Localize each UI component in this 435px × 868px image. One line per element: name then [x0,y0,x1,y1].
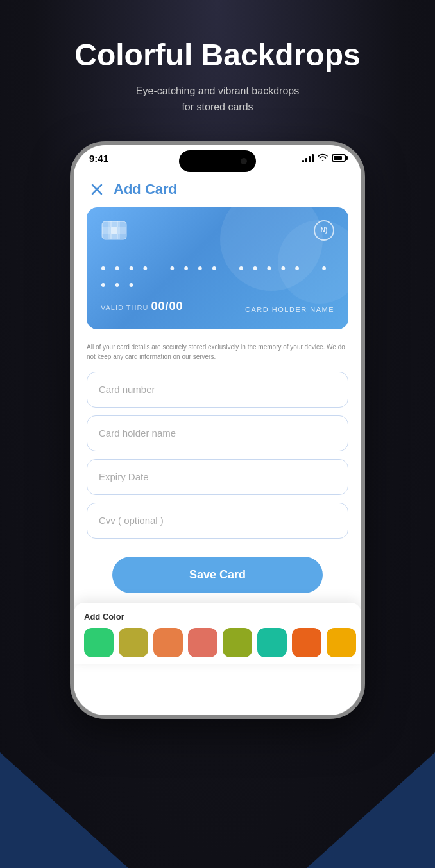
volume-mute-button [70,235,71,261]
color-swatch-green[interactable] [84,628,114,657]
card-holder-field[interactable]: Card holder name [87,415,348,451]
nfc-icon: N) [314,220,334,241]
main-title: Colorful Backdrops [26,39,409,73]
color-swatch-orange[interactable] [153,628,183,657]
valid-date: 00/00 [151,300,183,313]
cvv-field[interactable]: Cvv ( optional ) [87,503,348,539]
save-button-container: Save Card [74,549,361,606]
battery-icon [332,154,346,162]
card-number-label: Card number [99,384,155,395]
power-button [364,273,365,325]
save-card-button[interactable]: Save Card [112,557,323,593]
phone-content: Add Card [74,169,361,715]
add-color-label: Add Color [84,612,351,621]
svg-rect-5 [111,227,117,234]
card-number-display: • • • • • • • • • • • • • • • • • [101,260,334,293]
status-icons [302,153,346,163]
phone-mockup: 9:41 [70,141,365,719]
volume-up-button [70,270,71,309]
card-container: N) • • • • • • • • • • • • • • • • • VAL… [87,207,348,329]
color-swatch-gold[interactable] [327,628,356,657]
color-swatch-yellow-green[interactable] [223,628,252,657]
phone-wrapper: 9:41 [0,141,435,719]
security-note: All of your card details are securely st… [74,337,361,369]
nfc-label: N) [321,227,328,234]
close-button[interactable] [87,179,107,200]
expiry-label: Expiry Date [99,471,149,482]
card-number-field[interactable]: Card number [87,372,348,408]
color-picker-popup: Add Color [74,603,361,664]
chip-icon [101,220,128,241]
top-bar: Add Card [74,169,361,207]
color-swatch-olive[interactable] [119,628,148,657]
color-swatch-salmon[interactable] [188,628,218,657]
camera-dot [241,158,247,164]
card-bottom: VALID THRU 00/00 CARD HOLDER NAME [101,300,334,313]
page-title: Add Card [114,181,177,198]
card-holder-name: CARD HOLDER NAME [245,306,334,313]
valid-thru-section: VALID THRU 00/00 [101,300,183,313]
card-top: N) [101,220,334,241]
phone-screen: 9:41 [74,145,361,715]
header-section: Colorful Backdrops Eye-catching and vibr… [0,0,435,135]
cvv-label: Cvv ( optional ) [99,515,164,526]
subtitle: Eye-catching and vibrant backdropsfor st… [26,83,409,116]
wifi-icon [318,153,328,163]
valid-thru-label: VALID THRU 00/00 [101,300,183,313]
expiry-field[interactable]: Expiry Date [87,459,348,495]
volume-down-button [70,318,71,357]
credit-card: N) • • • • • • • • • • • • • • • • • VAL… [87,207,348,329]
signal-icon [302,154,314,162]
status-time: 9:41 [89,153,108,164]
dynamic-island [179,150,256,172]
color-swatch-teal[interactable] [257,628,287,657]
color-swatch-orange2[interactable] [292,628,321,657]
color-swatches [84,628,351,657]
card-holder-label: Card holder name [99,428,176,438]
form-section: Card number Card holder name Expiry Date… [74,369,361,549]
